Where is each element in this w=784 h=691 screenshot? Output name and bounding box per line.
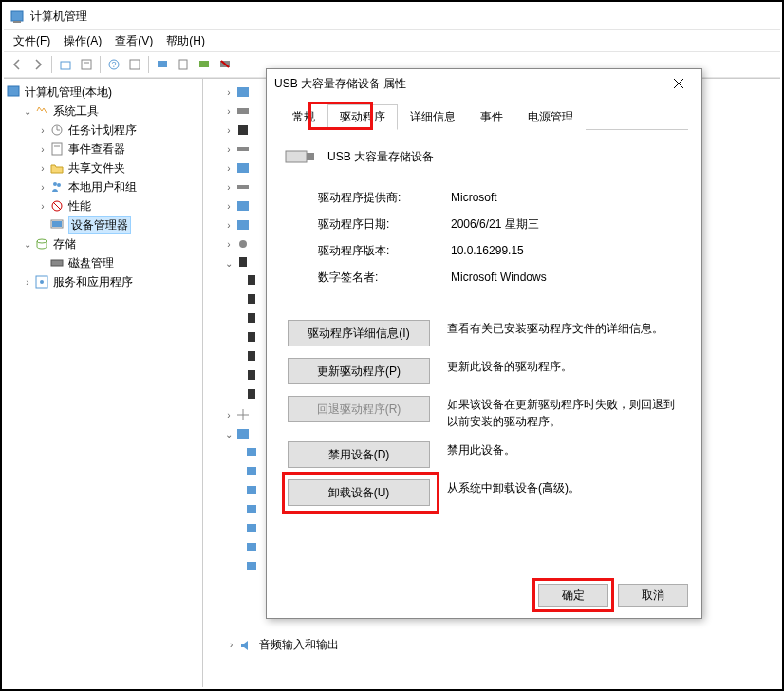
toolbar-forward-icon[interactable] — [28, 55, 47, 74]
tree-system-tools[interactable]: ⌄ 系统工具 — [21, 102, 200, 121]
menu-view[interactable]: 查看(V) — [109, 31, 159, 51]
svg-rect-47 — [247, 448, 256, 456]
toolbar-back-icon[interactable] — [8, 55, 27, 74]
info-version: 驱动程序版本: 10.0.16299.15 — [318, 240, 650, 261]
toolbar-separator — [148, 56, 149, 73]
close-button[interactable] — [663, 72, 694, 95]
tree-device-manager[interactable]: 设备管理器 — [36, 215, 200, 234]
svg-rect-35 — [237, 201, 249, 211]
action-rollback-driver: 回退驱动程序(R) 如果该设备在更新驱动程序时失败，则回退到以前安装的驱动程序。 — [288, 396, 681, 430]
svg-rect-10 — [199, 61, 209, 67]
toolbar-refresh-icon[interactable] — [125, 55, 144, 74]
svg-rect-43 — [248, 351, 255, 361]
device-category-label: 音频输入和输出 — [259, 637, 339, 653]
tree-disk-management[interactable]: 磁盘管理 — [36, 253, 200, 272]
tab-events[interactable]: 事件 — [468, 104, 515, 130]
device-item[interactable] — [207, 519, 264, 538]
info-date: 驱动程序日期: 2006/6/21 星期三 — [318, 214, 650, 234]
device-item[interactable] — [207, 481, 264, 500]
driver-details-button[interactable]: 驱动程序详细信息(I) — [288, 320, 430, 346]
update-driver-button[interactable]: 更新驱动程序(P) — [288, 358, 430, 384]
annotation-highlight — [282, 472, 439, 514]
device-item[interactable] — [207, 291, 264, 310]
device-category[interactable]: › — [207, 159, 264, 177]
audio-icon — [238, 638, 253, 653]
action-disable-device: 禁用设备(D) 禁用此设备。 — [288, 441, 681, 468]
cancel-button[interactable]: 取消 — [618, 584, 688, 607]
tab-power[interactable]: 电源管理 — [515, 104, 586, 130]
device-item[interactable] — [207, 500, 264, 519]
device-item[interactable] — [207, 557, 264, 576]
svg-rect-30 — [237, 108, 249, 114]
menu-file[interactable]: 文件(F) — [8, 31, 56, 51]
tree-task-scheduler[interactable]: › 任务计划程序 — [36, 121, 200, 140]
device-category[interactable]: ⌄ — [207, 253, 264, 272]
toolbar-scan-icon[interactable] — [174, 55, 193, 74]
tree-event-viewer[interactable]: › 事件查看器 — [36, 140, 200, 159]
device-category[interactable]: › — [207, 140, 264, 159]
dialog-title: USB 大容量存储设备 属性 — [274, 76, 406, 92]
menubar: 文件(F) 操作(A) 查看(V) 帮助(H) — [4, 30, 780, 51]
svg-rect-24 — [52, 221, 62, 227]
device-item[interactable] — [207, 272, 264, 291]
chevron-right-icon[interactable]: › — [36, 144, 49, 155]
menu-action[interactable]: 操作(A) — [58, 31, 107, 51]
svg-rect-31 — [238, 125, 248, 135]
device-item[interactable] — [207, 310, 264, 329]
toolbar-separator — [51, 56, 52, 73]
svg-text:?: ? — [111, 60, 116, 69]
device-item[interactable] — [207, 348, 264, 367]
tree-storage[interactable]: ⌄ 存储 — [21, 234, 200, 253]
device-item[interactable] — [207, 329, 264, 348]
dialog-footer: 确定 取消 — [267, 572, 701, 618]
device-item[interactable] — [207, 443, 264, 462]
device-category[interactable]: › — [207, 102, 264, 121]
toolbar-enable-icon[interactable] — [195, 55, 214, 74]
tab-details[interactable]: 详细信息 — [398, 104, 468, 130]
tree-performance[interactable]: › 性能 — [36, 196, 200, 215]
chevron-right-icon[interactable]: › — [36, 182, 49, 193]
device-category[interactable]: › — [207, 234, 264, 253]
svg-rect-46 — [237, 429, 249, 439]
svg-rect-41 — [248, 313, 255, 323]
toolbar-up-icon[interactable] — [56, 55, 75, 74]
tree-shared-folders[interactable]: › 共享文件夹 — [36, 159, 200, 177]
chevron-right-icon[interactable]: › — [36, 163, 49, 174]
chevron-right-icon[interactable]: › — [36, 125, 49, 136]
device-category[interactable]: › — [207, 215, 264, 234]
device-category-audio[interactable]: › 音频输入和输出 — [230, 637, 339, 653]
device-category[interactable]: › — [207, 83, 264, 102]
chevron-down-icon[interactable]: ⌄ — [21, 239, 34, 250]
chevron-right-icon[interactable]: › — [21, 277, 34, 288]
device-item[interactable] — [207, 386, 264, 405]
device-category[interactable]: › — [207, 196, 264, 215]
disable-device-button[interactable]: 禁用设备(D) — [288, 441, 430, 468]
toolbar-properties-icon[interactable] — [77, 55, 96, 74]
window-title: 计算机管理 — [30, 9, 87, 25]
device-category[interactable]: ⌄ — [207, 424, 264, 443]
toolbar-disable-icon[interactable] — [215, 55, 234, 74]
tree-local-users[interactable]: › 本地用户和组 — [36, 177, 200, 196]
svg-rect-40 — [248, 294, 255, 304]
action-update-driver: 更新驱动程序(P) 更新此设备的驱动程序。 — [288, 358, 681, 384]
toolbar-help-icon[interactable]: ? — [104, 55, 123, 74]
toolbar-device-icon[interactable] — [153, 55, 172, 74]
device-item[interactable] — [207, 367, 264, 386]
device-item[interactable] — [207, 462, 264, 481]
device-category[interactable]: › — [207, 121, 264, 140]
chevron-right-icon[interactable]: › — [36, 201, 49, 212]
svg-point-20 — [57, 183, 61, 187]
tree-root[interactable]: 计算机管理(本地) — [6, 83, 200, 102]
device-name: USB 大容量存储设备 — [327, 149, 434, 165]
device-category[interactable]: › — [207, 405, 264, 424]
svg-rect-49 — [247, 486, 256, 494]
tree-services[interactable]: › 服务和应用程序 — [21, 272, 200, 291]
chevron-right-icon[interactable]: › — [230, 640, 233, 650]
svg-rect-7 — [130, 60, 140, 69]
svg-rect-33 — [237, 163, 249, 173]
chevron-down-icon[interactable]: ⌄ — [21, 106, 34, 117]
device-category[interactable]: › — [207, 177, 264, 196]
device-item[interactable] — [207, 538, 264, 557]
properties-dialog: USB 大容量存储设备 属性 常规 驱动程序 详细信息 事件 电源管理 USB … — [266, 68, 702, 619]
menu-help[interactable]: 帮助(H) — [160, 31, 211, 51]
